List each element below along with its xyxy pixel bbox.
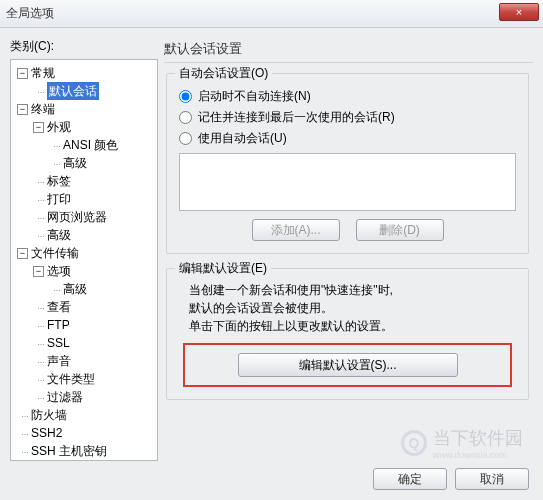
tree-item-label: FTP bbox=[47, 316, 70, 334]
content-area: 类别(C): −常规…默认会话−终端−外观…ANSI 颜色…高级…标签…打印…网… bbox=[0, 28, 543, 460]
radio-remember-last[interactable]: 记住并连接到最后一次使用的会话(R) bbox=[179, 109, 516, 126]
auto-session-list[interactable] bbox=[179, 153, 516, 211]
tree-item[interactable]: …防火墙 bbox=[11, 406, 157, 424]
tree-toggle-icon[interactable]: − bbox=[17, 104, 28, 115]
tree-leaf-icon: … bbox=[37, 316, 43, 334]
auto-session-group: 自动会话设置(O) 启动时不自动连接(N) 记住并连接到最后一次使用的会话(R)… bbox=[166, 73, 529, 254]
tree-item-label: SSL bbox=[47, 334, 70, 352]
tree-item-label: 标签 bbox=[47, 172, 71, 190]
tree-leaf-icon: … bbox=[37, 208, 43, 226]
tree-leaf-icon: … bbox=[37, 370, 43, 388]
tree-item[interactable]: −外观 bbox=[11, 118, 157, 136]
window-title: 全局选项 bbox=[6, 5, 54, 22]
tree-leaf-icon: … bbox=[53, 154, 59, 172]
tree-item[interactable]: −文件传输 bbox=[11, 244, 157, 262]
tree-item-label: 高级 bbox=[63, 280, 87, 298]
cancel-button[interactable]: 取消 bbox=[455, 468, 529, 490]
close-button[interactable]: × bbox=[499, 3, 539, 21]
edit-button-highlight: 编辑默认设置(S)... bbox=[183, 343, 512, 387]
tree-item[interactable]: …打印 bbox=[11, 190, 157, 208]
tree-item-label: 网页浏览器 bbox=[47, 208, 107, 226]
tree-item-label: 默认会话 bbox=[47, 82, 99, 100]
tree-toggle-icon[interactable]: − bbox=[33, 122, 44, 133]
tree-toggle-icon[interactable]: − bbox=[17, 68, 28, 79]
add-button[interactable]: 添加(A)... bbox=[252, 219, 340, 241]
edit-defaults-legend: 编辑默认设置(E) bbox=[175, 260, 271, 277]
tree-item-label: SSH2 bbox=[31, 424, 62, 442]
tree-item-label: 文件类型 bbox=[47, 370, 95, 388]
tree-item[interactable]: …默认会话 bbox=[11, 82, 157, 100]
close-icon: × bbox=[516, 6, 522, 18]
tree-leaf-icon: … bbox=[37, 82, 43, 100]
divider bbox=[164, 62, 533, 63]
delete-button[interactable]: 删除(D) bbox=[356, 219, 444, 241]
tree-item-label: 选项 bbox=[47, 262, 71, 280]
tree-leaf-icon: … bbox=[37, 172, 43, 190]
tree-item[interactable]: …FTP bbox=[11, 316, 157, 334]
tree-item[interactable]: …标签 bbox=[11, 172, 157, 190]
left-column: 类别(C): −常规…默认会话−终端−外观…ANSI 颜色…高级…标签…打印…网… bbox=[10, 38, 158, 460]
tree-item-label: 外观 bbox=[47, 118, 71, 136]
right-column: 默认会话设置 自动会话设置(O) 启动时不自动连接(N) 记住并连接到最后一次使… bbox=[164, 38, 533, 460]
tree-leaf-icon: … bbox=[21, 442, 27, 460]
radio-remember-last-input[interactable] bbox=[179, 111, 192, 124]
radio-no-auto-connect-input[interactable] bbox=[179, 90, 192, 103]
tree-item-label: 防火墙 bbox=[31, 406, 67, 424]
tree-item[interactable]: …高级 bbox=[11, 154, 157, 172]
tree-leaf-icon: … bbox=[37, 298, 43, 316]
tree-toggle-icon[interactable]: − bbox=[33, 266, 44, 277]
tree-item[interactable]: …声音 bbox=[11, 352, 157, 370]
tree-item-label: ANSI 颜色 bbox=[63, 136, 118, 154]
tree-item-label: 打印 bbox=[47, 190, 71, 208]
category-tree[interactable]: −常规…默认会话−终端−外观…ANSI 颜色…高级…标签…打印…网页浏览器…高级… bbox=[10, 59, 158, 461]
tree-item[interactable]: −选项 bbox=[11, 262, 157, 280]
tree-toggle-icon[interactable]: − bbox=[17, 248, 28, 259]
tree-item-label: 声音 bbox=[47, 352, 71, 370]
tree-leaf-icon: … bbox=[37, 226, 43, 244]
tree-item[interactable]: −终端 bbox=[11, 100, 157, 118]
tree-item[interactable]: …SSH2 bbox=[11, 424, 157, 442]
tree-item[interactable]: …SSH 主机密钥 bbox=[11, 442, 157, 460]
tree-item-label: 文件传输 bbox=[31, 244, 79, 262]
tree-item-label: 终端 bbox=[31, 100, 55, 118]
edit-defaults-group: 编辑默认设置(E) 当创建一个新会话和使用"快速连接"时, 默认的会话设置会被使… bbox=[166, 268, 529, 400]
ok-button[interactable]: 确定 bbox=[373, 468, 447, 490]
tree-leaf-icon: … bbox=[21, 424, 27, 442]
auto-session-legend: 自动会话设置(O) bbox=[175, 65, 272, 82]
tree-item[interactable]: …过滤器 bbox=[11, 388, 157, 406]
tree-item[interactable]: …文件类型 bbox=[11, 370, 157, 388]
tree-leaf-icon: … bbox=[53, 280, 59, 298]
tree-leaf-icon: … bbox=[53, 136, 59, 154]
tree-item-label: SSH 主机密钥 bbox=[31, 442, 107, 460]
tree-leaf-icon: … bbox=[37, 334, 43, 352]
panel-title: 默认会话设置 bbox=[164, 40, 533, 58]
tree-item-label: 常规 bbox=[31, 64, 55, 82]
tree-item[interactable]: …ANSI 颜色 bbox=[11, 136, 157, 154]
auto-button-row: 添加(A)... 删除(D) bbox=[179, 219, 516, 241]
dialog-footer: 确定 取消 bbox=[373, 468, 529, 490]
tree-item-label: 高级 bbox=[47, 226, 71, 244]
tree-item[interactable]: …SSL bbox=[11, 334, 157, 352]
edit-defaults-button[interactable]: 编辑默认设置(S)... bbox=[238, 353, 458, 377]
tree-item[interactable]: …网页浏览器 bbox=[11, 208, 157, 226]
tree-item[interactable]: …高级 bbox=[11, 280, 157, 298]
radio-no-auto-connect[interactable]: 启动时不自动连接(N) bbox=[179, 88, 516, 105]
tree-leaf-icon: … bbox=[37, 352, 43, 370]
tree-item[interactable]: …高级 bbox=[11, 226, 157, 244]
category-label: 类别(C): bbox=[10, 38, 158, 55]
radio-use-auto-session-input[interactable] bbox=[179, 132, 192, 145]
tree-item[interactable]: −常规 bbox=[11, 64, 157, 82]
tree-item[interactable]: …查看 bbox=[11, 298, 157, 316]
tree-item-label: 查看 bbox=[47, 298, 71, 316]
tree-leaf-icon: … bbox=[21, 406, 27, 424]
edit-defaults-description: 当创建一个新会话和使用"快速连接"时, 默认的会话设置会被使用。 单击下面的按钮… bbox=[189, 281, 516, 335]
titlebar: 全局选项 × bbox=[0, 0, 543, 28]
radio-use-auto-session[interactable]: 使用自动会话(U) bbox=[179, 130, 516, 147]
tree-leaf-icon: … bbox=[37, 388, 43, 406]
tree-item-label: 过滤器 bbox=[47, 388, 83, 406]
tree-leaf-icon: … bbox=[37, 190, 43, 208]
tree-item-label: 高级 bbox=[63, 154, 87, 172]
